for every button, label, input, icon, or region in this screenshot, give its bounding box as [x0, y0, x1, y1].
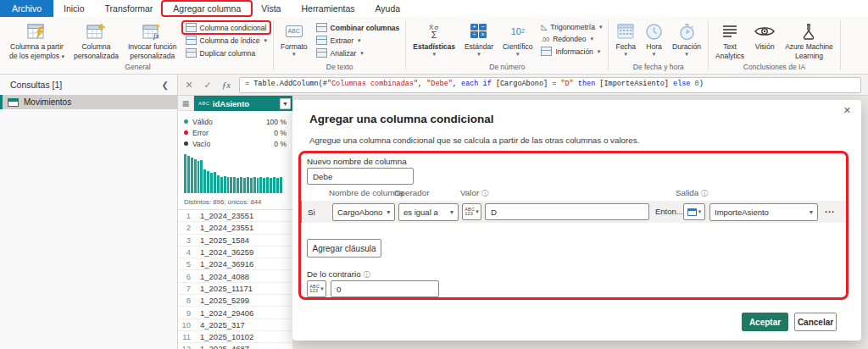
output-value-dropdown[interactable]: ImporteAsiento [709, 203, 818, 221]
tab-inicio[interactable]: Inicio [53, 0, 95, 17]
button-label: Fecha [615, 42, 636, 51]
row-number[interactable]: 1 [178, 211, 194, 220]
table-select-all-corner[interactable]: ▦ [178, 96, 194, 111]
query-item-movimientos[interactable]: Movimientos [0, 95, 177, 109]
standard-button[interactable]: +−÷× Estándar ▾ [461, 19, 497, 57]
tab-archivo[interactable]: Archivo [0, 0, 53, 17]
row-number[interactable]: 5 [178, 259, 194, 269]
tab-herramientas[interactable]: Herramientas [291, 0, 364, 17]
row-number[interactable]: 8 [178, 296, 194, 305]
tab-transformar[interactable]: Transformar [95, 0, 164, 17]
row-number[interactable]: 3 [178, 235, 194, 245]
cell-idasiento[interactable]: 1_2024_36259 [194, 247, 253, 257]
table-row[interactable]: 91_2024_29406 [178, 307, 292, 319]
cancel-button[interactable]: Cancelar [794, 313, 837, 331]
scientific-button[interactable]: 102 Científico ▾ [499, 19, 536, 57]
button-label: Columna [81, 42, 110, 51]
otherwise-value-input[interactable] [331, 280, 439, 297]
merge-columns-button[interactable]: Combinar columnas [314, 22, 403, 33]
column-select-dropdown[interactable]: CargoAbono [332, 203, 395, 221]
condition-clause-row: Si CargoAbono es igual a ABC123 Enton...… [299, 201, 847, 223]
formato-button[interactable]: ABC Formato ▾ [277, 19, 311, 57]
table-row[interactable]: 111_2025_10102 [178, 331, 292, 343]
histogram-bar [184, 154, 186, 193]
table-row[interactable]: 31_2025_1584 [178, 235, 292, 247]
collapse-sidebar-icon[interactable]: ❮ [162, 80, 169, 90]
button-label: Columna a partir [10, 42, 64, 51]
cancel-formula-icon[interactable]: ✕ [183, 80, 195, 91]
svg-text:fx: fx [153, 31, 159, 40]
formula-segment: ) [699, 80, 704, 88]
chevron-down-icon: ▾ [598, 49, 601, 54]
parse-button[interactable]: Analizar ▾ [314, 47, 403, 58]
vision-button[interactable]: Visión [750, 19, 779, 52]
accept-button[interactable]: Aceptar [742, 313, 788, 331]
fx-icon[interactable]: ƒx [220, 80, 232, 90]
tab-vista[interactable]: Vista [251, 0, 291, 17]
row-number[interactable]: 11 [178, 332, 194, 341]
cell-idasiento[interactable]: 1_2024_29406 [194, 308, 253, 318]
text-analytics-button[interactable]: Text Analytics [712, 19, 748, 60]
custom-column-button[interactable]: Columna personalizada [70, 19, 122, 60]
duplicate-column-button[interactable]: Duplicar columna [183, 47, 270, 58]
cell-idasiento[interactable]: 1_2025_5299 [194, 296, 249, 305]
cell-idasiento[interactable]: 1_2024_23551 [194, 223, 253, 232]
row-number[interactable]: 12 [178, 344, 194, 349]
output-type-selector[interactable] [683, 203, 705, 220]
row-number[interactable]: 2 [178, 223, 194, 232]
cell-idasiento[interactable]: 1_2025_1584 [194, 235, 249, 245]
hora-button[interactable]: Hora ▾ [642, 19, 666, 57]
chevron-down-icon: ▾ [590, 36, 593, 42]
row-number[interactable]: 4 [178, 247, 194, 257]
table-row[interactable]: 81_2025_5299 [178, 295, 292, 307]
new-column-name-input[interactable] [307, 168, 414, 185]
table-row[interactable]: 71_2025_11171 [178, 283, 292, 295]
cell-idasiento[interactable]: 1_2024_23551 [194, 211, 253, 220]
tab-agregar-columna[interactable]: Agregar columna [163, 0, 251, 17]
more-options-button[interactable]: ... [825, 204, 835, 214]
cell-idasiento[interactable]: 1_2025_4687 [194, 344, 249, 349]
histogram-bar [220, 177, 223, 193]
cell-idasiento[interactable]: 1_2024_4088 [194, 272, 249, 281]
cell-idasiento[interactable]: 1_2024_36916 [194, 259, 253, 269]
index-column-button[interactable]: Columna de índice ▾ [183, 35, 270, 46]
table-row[interactable]: 51_2024_36916 [178, 258, 292, 270]
tab-ayuda[interactable]: Ayuda [364, 0, 410, 17]
conditional-column-button[interactable]: Columna condicional [183, 22, 270, 33]
table-row[interactable]: 104_2025_317 [178, 319, 292, 331]
table-row[interactable]: 41_2024_36259 [178, 247, 292, 258]
value-type-selector[interactable]: ABC123 [462, 203, 481, 220]
table-row[interactable]: 61_2024_4088 [178, 270, 292, 282]
operator-select-dropdown[interactable]: es igual a [398, 203, 459, 221]
cell-idasiento[interactable]: 1_2025_11171 [194, 284, 253, 293]
cell-idasiento[interactable]: 4_2025_317 [194, 320, 245, 330]
condition-value-input[interactable] [485, 203, 649, 220]
trigonometry-button[interactable]: ◺ Trigonometría ▾ [538, 22, 604, 32]
azure-ml-button[interactable]: Azure Machine Learning [782, 19, 837, 60]
fecha-button[interactable]: Fecha ▾ [612, 19, 639, 57]
formula-input[interactable]: = Table.AddColumn(#"Columnas combinadas"… [239, 77, 861, 93]
invoke-custom-function-button[interactable]: fx Invocar función personalizada [125, 19, 181, 60]
information-button[interactable]: Información ▾ [538, 46, 604, 57]
commit-formula-icon[interactable]: ✓ [202, 80, 214, 91]
histogram-bar [259, 177, 262, 193]
column-from-examples-button[interactable]: Columna a partir de los ejemplos ▾ [6, 19, 68, 60]
row-number[interactable]: 7 [178, 284, 194, 293]
extract-button[interactable]: Extraer ▾ [314, 35, 403, 46]
add-clause-button[interactable]: Agregar cláusula [307, 239, 381, 258]
cell-idasiento[interactable]: 1_2025_10102 [194, 332, 253, 341]
otherwise-type-selector[interactable]: ABC123 [307, 280, 326, 297]
duracion-button[interactable]: Duración ▾ [669, 19, 704, 57]
column-header-idasiento[interactable]: ABC idAsiento ▼ [194, 96, 292, 111]
table-row[interactable]: 121_2025_4687 [178, 343, 292, 349]
column-filter-menu-button[interactable]: ▼ [280, 98, 291, 109]
row-number[interactable]: 6 [178, 272, 194, 281]
row-number[interactable]: 10 [178, 320, 194, 330]
rounding-button[interactable]: .00 Redondeo ▾ [538, 34, 604, 44]
close-icon[interactable]: ✕ [843, 105, 851, 116]
button-label: Estándar [465, 42, 493, 51]
row-number[interactable]: 9 [178, 308, 194, 318]
statistics-button[interactable]: X̄σΣ Estadísticas ▾ [409, 19, 459, 57]
table-row[interactable]: 21_2024_23551 [178, 222, 292, 234]
table-row[interactable]: 11_2024_23551 [178, 210, 292, 222]
